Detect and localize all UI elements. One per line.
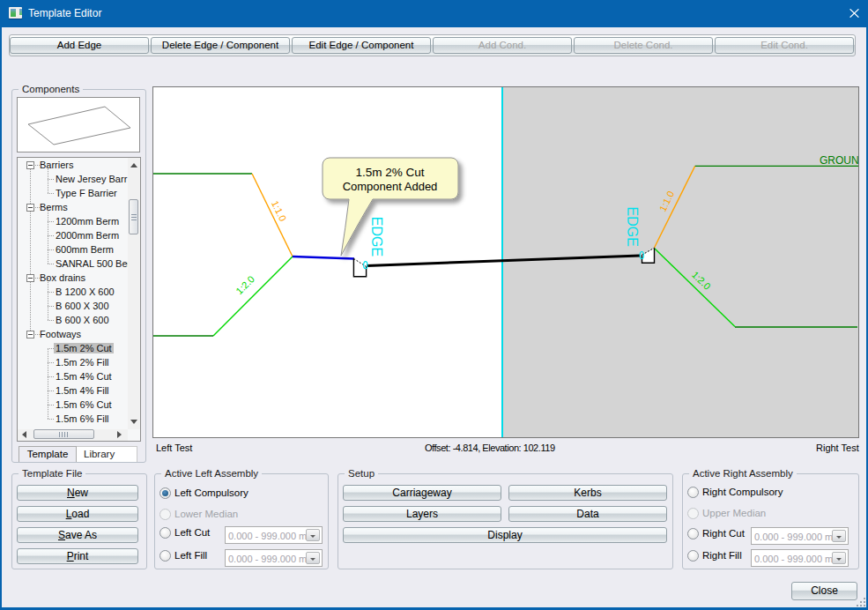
svg-text:GROUND: GROUND [820,154,858,167]
svg-text:1:2.0: 1:2.0 [234,273,256,296]
svg-text:EDGE: EDGE [369,217,384,257]
svg-text:1:1.0: 1:1.0 [270,199,289,223]
svg-text:1.5m 2% Cut: 1.5m 2% Cut [355,166,424,179]
svg-text:EDGE: EDGE [625,207,640,247]
svg-text:Component Added: Component Added [343,180,438,193]
